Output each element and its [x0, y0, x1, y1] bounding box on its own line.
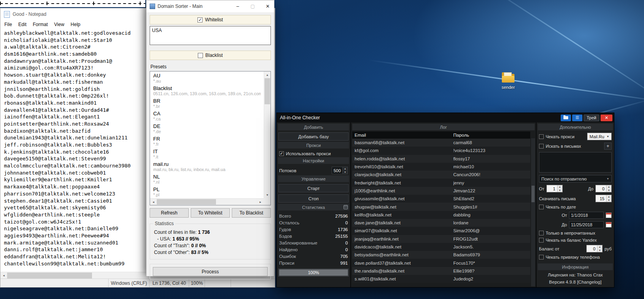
minimize-button[interactable]: –: [231, 1, 244, 12]
date-to-label: До: [561, 222, 567, 227]
close-button[interactable]: ✕: [261, 1, 274, 12]
checker-titlebar[interactable]: All-in-One Checker ☰ Трей ✕: [277, 113, 614, 122]
spin-up-icon[interactable]: ▲: [343, 167, 347, 171]
preset-item[interactable]: AU *.au: [150, 71, 264, 84]
menu-item[interactable]: File: [1, 21, 15, 28]
unread-only-checkbox[interactable]: [539, 231, 544, 235]
presets-vertical-scrollbar[interactable]: ▲ ▼: [264, 71, 270, 198]
log-row[interactable]: givusasmile@talktalk.net ShEtland2: [352, 195, 530, 203]
use-proxy-checkbox[interactable]: ✓: [279, 151, 284, 156]
maximize-button[interactable]: ▢: [246, 1, 259, 12]
threads-stepper[interactable]: 500 ▲ ▼: [332, 167, 348, 174]
presets-horizontal-scrollbar[interactable]: ◄ ►: [150, 198, 264, 205]
calendar-icon[interactable]: [606, 222, 612, 228]
scroll-left-icon[interactable]: ◄: [0, 272, 7, 279]
date-check-checkbox[interactable]: [539, 205, 544, 209]
range-from-stepper[interactable]: 1 ▲▼: [546, 185, 563, 192]
log-row[interactable]: fredwright@talktalk.net jenny: [352, 179, 530, 186]
log-row[interactable]: simar07@talktalk.net Simar2006@: [352, 227, 530, 235]
close-button[interactable]: ✕: [601, 115, 612, 121]
process-button[interactable]: Process: [153, 267, 268, 276]
check-proxy-checkbox[interactable]: [539, 134, 544, 139]
sorter-titlebar[interactable]: Domain Sorter - Main – ▢ ✕: [146, 0, 274, 12]
open-folder-button[interactable]: [561, 115, 571, 121]
menu-item[interactable]: Help: [68, 21, 84, 28]
log-row[interactable]: betsyadams@earthlink.net Badams6979: [352, 251, 530, 259]
scroll-left-icon[interactable]: ◄: [150, 199, 157, 205]
date-to-field[interactable]: 11/25/2018: [569, 221, 604, 228]
calendar-icon[interactable]: [606, 212, 612, 218]
spin-down-icon[interactable]: ▼: [606, 189, 611, 192]
yandex-balance-checkbox[interactable]: [539, 238, 544, 243]
preset-item[interactable]: IT *.it: [150, 147, 264, 160]
preset-item[interactable]: mail.ru mail.ru, bk.ru, list.ru, inbox.r…: [150, 160, 264, 173]
spin-down-icon[interactable]: ▼: [597, 249, 602, 252]
balance-from-stepper[interactable]: 0 ▲▼: [586, 245, 603, 252]
scrollbar-thumb[interactable]: [157, 199, 216, 205]
phone-binding-checkbox[interactable]: [539, 255, 544, 260]
add-base-button[interactable]: Добавить базу: [278, 132, 349, 141]
log-row[interactable]: trevorhill10@talktalk.net michael10: [352, 163, 530, 171]
scrollbar-thumb[interactable]: [265, 78, 270, 104]
presets-listbox[interactable]: AU *.au Blacklist 0511.cn, 126.com, 139.…: [150, 71, 271, 205]
menu-item[interactable]: Edit: [15, 21, 30, 28]
spin-down-icon[interactable]: ▼: [606, 199, 611, 202]
log-row[interactable]: jeanjaq@earthlink.net FROG12udt: [352, 235, 530, 243]
log-row[interactable]: clarejacko@talktalk.net Cancun2006!: [352, 171, 530, 179]
log-row[interactable]: bassman68@talktalk.net carmal68: [352, 139, 530, 147]
log-row[interactable]: dave.jane@talktalk.net lordane: [352, 219, 530, 227]
scroll-up-icon[interactable]: ▲: [264, 71, 270, 78]
spin-up-icon[interactable]: ▲: [606, 195, 611, 199]
to-blacklist-button[interactable]: To Blacklist: [232, 208, 271, 218]
range-to-stepper[interactable]: 0 ▲▼: [595, 185, 612, 192]
whitelist-input[interactable]: USA: [150, 26, 271, 45]
preset-item[interactable]: FR *.fr: [150, 135, 264, 147]
scrollbar-thumb[interactable]: [7, 273, 92, 278]
sender-search-dropdown[interactable]: Поиск по отправителю ▼: [539, 175, 612, 182]
stop-button[interactable]: Стоп: [278, 194, 349, 203]
log-list-button[interactable]: ☰: [572, 115, 582, 121]
proxy-type-dropdown[interactable]: Mail.Ru ▼: [587, 133, 612, 140]
log-email: givusasmile@talktalk.net: [355, 196, 453, 201]
log-row[interactable]: kf@gol.com !voice4u123123: [352, 147, 530, 154]
scrollbar-thumb[interactable]: [531, 186, 535, 202]
log-row[interactable]: the.randalls@talktalk.net Ellie1998?: [352, 267, 530, 275]
log-row[interactable]: kellfo@talktalk.net dabbling: [352, 211, 530, 219]
preset-item[interactable]: CA *.ca: [150, 109, 264, 122]
scroll-right-icon[interactable]: ►: [257, 199, 264, 205]
to-whitelist-button[interactable]: To Whitelist: [191, 208, 230, 218]
log-row[interactable]: shugsw@talktalk.net Shuggles1#: [352, 203, 530, 211]
spin-down-icon[interactable]: ▼: [558, 189, 562, 192]
log-row[interactable]: helen.rodda@talktalk.net flossy17: [352, 155, 530, 163]
spin-up-icon[interactable]: ▲: [606, 185, 611, 189]
log-scrollbar[interactable]: [531, 138, 535, 286]
preset-item[interactable]: BR *.br: [150, 97, 264, 109]
preset-item[interactable]: DE *.de: [150, 122, 264, 135]
blacklist-checkbox[interactable]: [198, 53, 203, 58]
log-row[interactable]: s.will01@talktalk.net Judedog2: [352, 275, 530, 283]
refresh-button[interactable]: Refresh: [150, 208, 189, 218]
preset-item[interactable]: PL *.pl: [150, 185, 264, 198]
preset-item[interactable]: NL *.nl: [150, 173, 264, 185]
download-letters-stepper[interactable]: 15 ▲▼: [595, 195, 612, 202]
log-row[interactable]: dave.pollard37@talktalk.net Focus170*: [352, 259, 530, 267]
search-terms-textbox[interactable]: [539, 152, 612, 173]
preset-item[interactable]: Blacklist 0511.cn, 126.com, 139.com, 163…: [150, 84, 264, 97]
tray-button[interactable]: Трей: [584, 115, 599, 121]
date-from-field[interactable]: 1/1/2018: [569, 212, 604, 219]
stats-icon[interactable]: [344, 205, 348, 209]
whitelist-checkbox[interactable]: ✓: [197, 17, 203, 23]
search-mail-checkbox[interactable]: [539, 144, 544, 149]
spin-down-icon[interactable]: ▼: [343, 171, 347, 174]
start-button[interactable]: Старт: [278, 184, 349, 192]
log-row[interactable]: j1005@earthlink.net Jimvan122: [352, 187, 530, 195]
menu-item[interactable]: Format: [30, 21, 51, 28]
desktop-folder-sender[interactable]: sender: [494, 72, 523, 90]
scroll-down-icon[interactable]: ▼: [264, 192, 270, 198]
spin-up-icon[interactable]: ▲: [558, 185, 562, 189]
spin-up-icon[interactable]: ▲: [597, 245, 602, 249]
log-row[interactable]: davidcaco@talktalk.net Jackson5.: [352, 243, 530, 251]
menu-item[interactable]: View: [51, 21, 68, 28]
changelog-link[interactable]: [Changelog]: [577, 280, 601, 284]
add-search-term-button[interactable]: +: [604, 143, 612, 150]
